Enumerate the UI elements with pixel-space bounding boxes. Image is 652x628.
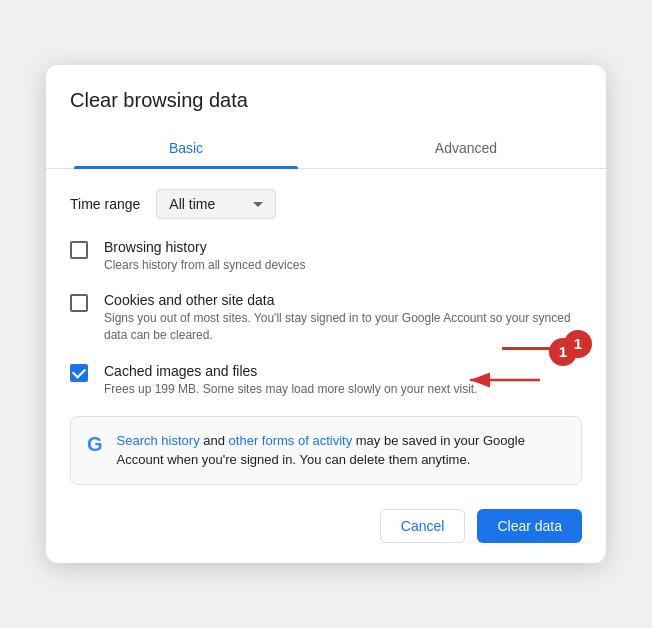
browsing-history-item: Browsing history Clears history from all… bbox=[70, 239, 582, 274]
red-arrow-icon bbox=[462, 370, 542, 390]
google-g-icon: G bbox=[87, 433, 103, 456]
annotation-group: 1 bbox=[502, 330, 592, 358]
cached-checkbox[interactable] bbox=[70, 364, 88, 382]
browsing-history-checkbox[interactable] bbox=[70, 241, 88, 259]
time-range-select[interactable]: All time bbox=[156, 189, 276, 219]
cancel-button[interactable]: Cancel bbox=[380, 509, 466, 543]
tabs-bar: Basic Advanced bbox=[46, 128, 606, 169]
dialog-title: Clear browsing data bbox=[46, 89, 606, 128]
cookies-checkbox[interactable] bbox=[70, 294, 88, 312]
time-range-label: Time range bbox=[70, 196, 140, 212]
clear-browsing-data-dialog: Clear browsing data Basic Advanced Time … bbox=[46, 65, 606, 562]
info-box: G Search history and other forms of acti… bbox=[70, 416, 582, 485]
cookies-checkbox-wrapper[interactable] bbox=[70, 294, 88, 312]
tab-basic[interactable]: Basic bbox=[46, 128, 326, 168]
cached-checkbox-wrapper[interactable] bbox=[70, 364, 88, 382]
browsing-history-desc: Clears history from all synced devices bbox=[104, 257, 582, 274]
browsing-history-checkbox-wrapper[interactable] bbox=[70, 241, 88, 259]
browsing-history-title: Browsing history bbox=[104, 239, 582, 255]
search-history-link[interactable]: Search history bbox=[117, 433, 200, 448]
other-forms-link[interactable]: other forms of activity bbox=[229, 433, 353, 448]
dropdown-arrow-icon bbox=[253, 202, 263, 207]
browsing-history-text: Browsing history Clears history from all… bbox=[104, 239, 582, 274]
annotation-badge: 1 bbox=[564, 330, 592, 358]
time-range-row: Time range All time bbox=[70, 189, 582, 219]
cached-item: Cached images and files Frees up 199 MB.… bbox=[70, 362, 582, 398]
time-range-value: All time bbox=[169, 196, 245, 212]
dialog-footer: Cancel Clear data bbox=[46, 493, 606, 563]
info-text-middle: and bbox=[203, 433, 228, 448]
cached-title: Cached images and files bbox=[104, 363, 257, 379]
clear-data-button[interactable]: Clear data bbox=[477, 509, 582, 543]
dialog-body: Time range All time Browsing history Cle… bbox=[46, 169, 606, 484]
cookies-title: Cookies and other site data bbox=[104, 292, 582, 308]
tab-advanced[interactable]: Advanced bbox=[326, 128, 606, 168]
info-text: Search history and other forms of activi… bbox=[117, 431, 565, 470]
